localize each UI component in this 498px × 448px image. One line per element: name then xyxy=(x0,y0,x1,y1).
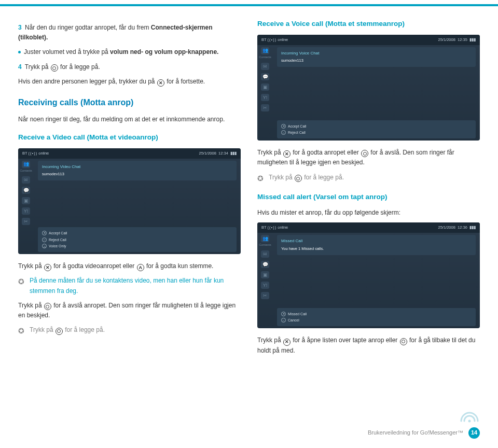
continue-pre: Hvis den andre personen legger på, trykk… xyxy=(18,78,157,85)
date: 25/1/2008 xyxy=(199,151,216,156)
btn-voice-only: Voice Only xyxy=(49,243,66,249)
screenshot-video-call: BT ((•)) online 25/1/2008 12:34 ▮▮▮ 👥 Co… xyxy=(18,148,241,254)
heading-missed-call: Missed call alert (Varsel om tapt anrop) xyxy=(257,191,480,203)
x-icon: ✕ xyxy=(42,231,47,235)
star-icon: ✪ xyxy=(257,173,264,184)
heading-voice-call: Receive a Voice call (Motta et stemmeanr… xyxy=(257,18,480,30)
y-icon: Y! xyxy=(261,282,269,289)
action-panel: ✕Accept Call ○Reject Call xyxy=(277,120,476,138)
contacts-label: Contacts xyxy=(259,243,271,248)
t1: Trykk på xyxy=(18,302,44,309)
status: online xyxy=(38,151,49,156)
contacts-icon: 👥 xyxy=(261,235,269,242)
mail-icon: ✉ xyxy=(261,250,269,258)
circle-o-icon xyxy=(51,64,58,72)
step-3-pre: Når den du ringer godtar anropet, får du… xyxy=(25,24,151,31)
panel-msg: You have 1 Missed calls. xyxy=(281,246,472,252)
status: online xyxy=(278,225,288,230)
voice-hangup-line: ✪ Trykk på for å legge på. xyxy=(257,173,480,184)
circle-o-icon xyxy=(295,175,302,182)
x-icon: ✕ xyxy=(281,124,286,129)
mail-icon: ✉ xyxy=(22,176,30,184)
missed-action-line: Trykk på for å åpne listen over tapte an… xyxy=(257,335,480,356)
btn-accept: Accept Call xyxy=(49,230,67,236)
wifi-logo-icon xyxy=(459,413,480,423)
receiving-paragraph: Når noen ringer til deg, får du melding … xyxy=(18,115,241,124)
screenshot-topbar: BT ((•)) online 25/1/2008 12:35 ▮▮▮ xyxy=(257,35,480,45)
mail-icon: ✉ xyxy=(261,63,269,70)
t2: for å åpne listen over tapte anrop eller xyxy=(291,337,399,344)
panel-title: Incoming Video Chat xyxy=(42,164,232,171)
o-icon: ○ xyxy=(281,318,286,323)
time: 12:35 xyxy=(458,37,467,42)
step-4-post: for å legge på. xyxy=(59,63,100,71)
panel-contact: sumodev113 xyxy=(42,171,232,177)
footer-text: Brukerveiledning for Go!Messenger™ xyxy=(368,428,463,438)
camera-icon: ▣ xyxy=(261,83,269,91)
step-3: 3 Når den du ringer godtar anropet, får … xyxy=(18,23,241,43)
circle-x-icon xyxy=(44,264,51,271)
t1: Trykk på xyxy=(30,326,55,333)
tri-icon: △ xyxy=(42,244,47,248)
t3: for å godta kun stemme. xyxy=(145,262,214,270)
camera-icon: ▣ xyxy=(22,197,30,204)
date: 25/1/2008 xyxy=(438,37,455,42)
page-number-badge: 14 xyxy=(468,427,480,439)
t1: Trykk på xyxy=(257,149,283,156)
circle-o-icon xyxy=(56,328,63,335)
contacts-label: Contacts xyxy=(20,169,32,174)
tools-icon: ✂ xyxy=(261,292,269,299)
circle-a-icon xyxy=(137,264,144,271)
chat-icon: 💬 xyxy=(261,73,269,80)
t1: Trykk på xyxy=(18,262,44,270)
tools-icon: ✂ xyxy=(22,218,30,225)
decline-line: Trykk på for å avslå anropet. Den som ri… xyxy=(18,301,241,320)
screenshot-sidebar: 👥 Contacts ✉ 💬 ▣ Y! ✂ xyxy=(18,159,34,254)
top-teal-bar xyxy=(0,4,498,6)
btn-accept: Accept Call xyxy=(288,123,306,129)
missed-panel: Missed Call You have 1 Missed calls. xyxy=(277,235,476,255)
screenshot-voice-call: BT ((•)) online 25/1/2008 12:35 ▮▮▮ 👥 Co… xyxy=(257,35,480,141)
missed-paragraph: Hvis du mister et anrop, får du opp følg… xyxy=(257,208,480,218)
video-accept-line: Trykk på for å godta videoanropet eller … xyxy=(18,261,241,272)
t2: for å godta anropet eller xyxy=(291,149,361,156)
hangup-line: ✪ Trykk på for å legge på. xyxy=(18,325,241,337)
t1: Trykk på xyxy=(257,337,283,344)
time: 12:36 xyxy=(458,225,467,230)
bullet-bold: volum ned- og volum opp-knappene. xyxy=(110,48,218,55)
t2: for å legge på. xyxy=(302,174,344,181)
incoming-panel: Incoming Voice Chat sumodev113 xyxy=(277,47,476,67)
btn-cancel: Cancel xyxy=(288,317,299,323)
screenshot-missed-call: BT ((•)) online 25/1/2008 12:36 ▮▮▮ 👥 Co… xyxy=(257,222,480,328)
chat-icon: 💬 xyxy=(22,187,30,194)
action-panel: ✕Missed Call ○Cancel xyxy=(277,308,476,326)
chat-icon: 💬 xyxy=(261,261,269,268)
x-icon: ✕ xyxy=(281,312,286,316)
screenshot-topbar: BT ((•)) online 25/1/2008 12:36 ▮▮▮ xyxy=(257,222,480,233)
btn-reject: Reject Call xyxy=(288,130,306,135)
svg-point-0 xyxy=(468,420,471,423)
continue-post: for å fortsette. xyxy=(165,78,205,85)
step-4-pre: Trykk på xyxy=(25,63,50,71)
page-footer: Brukerveiledning for Go!Messenger™ 14 xyxy=(368,427,480,439)
t2: for å legge på. xyxy=(63,326,105,333)
right-column: Receive a Voice call (Motta et stemmeanr… xyxy=(257,18,480,360)
o-icon: ○ xyxy=(42,237,47,242)
continue-line: Hvis den andre personen legger på, trykk… xyxy=(18,77,241,87)
star-icon: ✪ xyxy=(18,276,24,287)
left-column: 3 Når den du ringer godtar anropet, får … xyxy=(18,18,241,360)
bullet-pre: Juster volumet ved å trykke på xyxy=(24,48,110,55)
contacts-icon: 👥 xyxy=(261,47,269,54)
circle-o-icon xyxy=(361,150,368,157)
y-icon: Y! xyxy=(22,207,30,215)
video-note: ✪ På denne måten får du se kontaktens vi… xyxy=(18,276,241,296)
volume-bullet: Juster volumet ved å trykke på volum ned… xyxy=(18,47,241,57)
heading-video-call: Receive a Video call (Motta et videoanro… xyxy=(18,132,241,143)
circle-o-icon xyxy=(44,303,51,310)
tools-icon: ✂ xyxy=(261,104,269,111)
voice-accept-line: Trykk på for å godta anropet eller for å… xyxy=(257,148,480,168)
camera-icon: ▣ xyxy=(261,271,269,278)
incoming-panel: Incoming Video Chat sumodev113 xyxy=(38,161,237,181)
screenshot-sidebar: 👥 Contacts ✉ 💬 ▣ Y! ✂ xyxy=(257,233,273,328)
contacts-icon: 👥 xyxy=(22,161,30,168)
